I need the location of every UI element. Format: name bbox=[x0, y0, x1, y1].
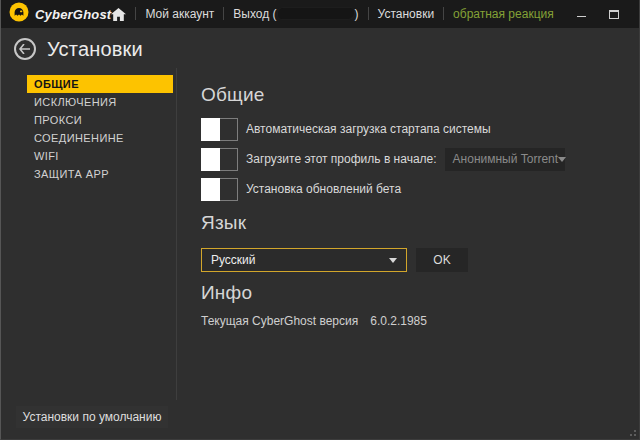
autostart-option-row: Автоматическая загрузка стартапа системы bbox=[201, 117, 491, 141]
back-button[interactable] bbox=[14, 38, 36, 60]
logout-menu-item[interactable]: Выход () bbox=[233, 7, 358, 21]
sidebar-item-wifi[interactable]: WIFI bbox=[27, 147, 173, 165]
autostart-toggle[interactable] bbox=[201, 118, 238, 141]
beta-updates-toggle[interactable] bbox=[201, 178, 238, 201]
toggle-knob bbox=[201, 178, 220, 201]
language-dropdown[interactable]: Русский bbox=[201, 248, 407, 272]
window-controls bbox=[576, 8, 640, 20]
profile-option-row: Загрузите этот профиль в начале: Анонимн… bbox=[201, 147, 565, 171]
maximize-button[interactable] bbox=[608, 8, 620, 20]
restore-defaults-button[interactable]: Установки по умолчанию bbox=[16, 406, 168, 428]
language-section-heading: Язык bbox=[201, 212, 246, 234]
my-account-menu-item[interactable]: Мой аккаунт bbox=[145, 7, 214, 21]
page-header: Установки bbox=[1, 28, 639, 70]
titlebar: CyberGhost Мой аккаунт Выход () Установк… bbox=[1, 0, 639, 28]
main-content: Общие Автоматическая загрузка стартапа с… bbox=[201, 84, 631, 384]
brand-name: CyberGhost bbox=[35, 7, 111, 22]
chevron-down-icon bbox=[558, 157, 566, 162]
autostart-label: Автоматическая загрузка стартапа системы bbox=[246, 122, 491, 136]
sidebar-divider bbox=[176, 68, 177, 400]
resize-grip[interactable] bbox=[626, 426, 636, 436]
sidebar-item-general[interactable]: ОБЩИЕ bbox=[27, 75, 173, 93]
info-section-heading: Инфо bbox=[201, 282, 252, 304]
profile-toggle[interactable] bbox=[201, 148, 238, 171]
toggle-knob bbox=[201, 118, 220, 141]
version-row: Текущая CyberGhost версия 6.0.2.1985 bbox=[201, 314, 427, 328]
sidebar-item-exceptions[interactable]: ИСКЛЮЧЕНИЯ bbox=[27, 93, 173, 111]
version-value: 6.0.2.1985 bbox=[370, 314, 427, 328]
separator bbox=[368, 7, 369, 20]
language-dropdown-value: Русский bbox=[211, 253, 256, 267]
maximize-icon bbox=[609, 10, 619, 19]
ok-button[interactable]: OK bbox=[416, 248, 468, 272]
logout-label-prefix: Выход ( bbox=[233, 7, 276, 21]
arrow-left-icon bbox=[19, 44, 31, 54]
settings-menu-item[interactable]: Установки bbox=[378, 7, 434, 21]
feedback-menu-item[interactable]: обратная реакция bbox=[453, 7, 554, 21]
home-icon[interactable] bbox=[111, 7, 126, 21]
general-section-heading: Общие bbox=[201, 84, 264, 106]
sidebar: ОБЩИЕ ИСКЛЮЧЕНИЯ ПРОКСИ СОЕДИНЕНИНЕ WIFI… bbox=[27, 75, 173, 183]
page-title: Установки bbox=[47, 38, 143, 61]
sidebar-item-connection[interactable]: СОЕДИНЕНИНЕ bbox=[27, 129, 173, 147]
sidebar-item-app-protection[interactable]: ЗАЩИТА APP bbox=[27, 165, 173, 183]
cyberghost-logo-icon bbox=[9, 2, 29, 26]
profile-dropdown[interactable]: Анонимный Torrent bbox=[445, 148, 565, 171]
profile-label: Загрузите этот профиль в начале: bbox=[246, 152, 437, 166]
titlebar-menu: Мой аккаунт Выход () Установки обратная … bbox=[111, 7, 640, 21]
version-label: Текущая CyberGhost версия bbox=[201, 314, 358, 328]
sidebar-item-proxy[interactable]: ПРОКСИ bbox=[27, 111, 173, 129]
separator bbox=[135, 7, 136, 20]
brand: CyberGhost bbox=[9, 2, 111, 26]
profile-dropdown-value: Анонимный Torrent bbox=[453, 152, 559, 166]
toggle-knob bbox=[201, 148, 220, 171]
cyberghost-settings-window: CyberGhost Мой аккаунт Выход () Установк… bbox=[0, 0, 640, 440]
chevron-down-icon bbox=[389, 258, 397, 263]
minimize-icon bbox=[577, 16, 586, 17]
logout-label-suffix: ) bbox=[355, 7, 359, 21]
beta-updates-label: Установка обновлений бета bbox=[246, 182, 401, 196]
separator bbox=[443, 7, 444, 20]
redacted-username bbox=[278, 8, 354, 19]
separator bbox=[223, 7, 224, 20]
beta-option-row: Установка обновлений бета bbox=[201, 177, 401, 201]
minimize-button[interactable] bbox=[576, 8, 588, 20]
